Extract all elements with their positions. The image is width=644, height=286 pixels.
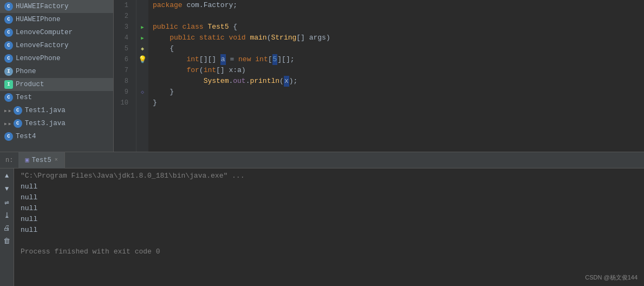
- sidebar-item-test1[interactable]: ▶ C Test1.java: [0, 104, 113, 117]
- keyword: class: [183, 22, 208, 32]
- code-lines: package com.Factory; public class Test5 …: [148, 0, 644, 152]
- code-text: =: [226, 54, 238, 65]
- code-line-8: System.out.println(x);: [153, 76, 644, 87]
- code-text: com.Factory;: [186, 0, 237, 11]
- line-num: 7: [114, 65, 132, 76]
- gutter-cell: [136, 65, 148, 76]
- run-tab[interactable]: ▣ Test5 ×: [18, 152, 64, 168]
- keyword: void: [229, 32, 250, 43]
- output-line-cmd: "C:\Program Files\Java\jdk1.8.0_181\bin\…: [21, 171, 638, 181]
- run-toolbar: ▲ ▼ ⇌ ⤓ 🖨 🗑: [0, 168, 14, 286]
- code-text: .: [229, 76, 233, 87]
- sidebar-item-phone[interactable]: I Phone: [0, 65, 113, 78]
- run-arrow-icon: ▶: [141, 35, 144, 41]
- class-icon: C: [14, 119, 22, 128]
- delete-button[interactable]: 🗑: [2, 236, 12, 246]
- scroll-down-button[interactable]: ▼: [2, 184, 12, 194]
- code-text: [: [268, 54, 272, 65]
- code-line-6: int[][] a = new int[5][];: [153, 54, 644, 65]
- field-name: out: [233, 76, 245, 87]
- line-numbers: 1 2 3 4 5 6 7 8 9 10: [114, 0, 136, 152]
- gutter-cell: ◇: [136, 87, 148, 98]
- bottom-panel: n: ▣ Test5 × ▲ ▼ ⇌ ⤓ 🖨 🗑 "C:\Program Fil…: [0, 152, 644, 286]
- output-line-2: null: [21, 192, 638, 203]
- code-text: }: [153, 87, 174, 98]
- wrap-lines-button[interactable]: ⇌: [2, 197, 12, 207]
- output-console: "C:\Program Files\Java\jdk1.8.0_181\bin\…: [14, 168, 644, 286]
- keyword: static: [199, 32, 229, 43]
- class-icon: C: [4, 2, 13, 11]
- line-num: 4: [114, 32, 132, 43]
- editor-gutter: ▶ ▶ ◆ 💡 ◇: [136, 0, 148, 152]
- sidebar-item-label: LenoveFactory: [16, 42, 69, 49]
- code-line-7: for(int[] x:a): [153, 65, 644, 76]
- type-name: String: [271, 32, 296, 43]
- line-num: 2: [114, 11, 132, 22]
- sidebar-item-label: Phone: [16, 68, 36, 75]
- gutter-cell: [136, 11, 148, 22]
- print-button[interactable]: 🖨: [2, 223, 12, 233]
- code-line-10: }: [153, 98, 644, 108]
- line-num: 1: [114, 0, 132, 11]
- keyword: for: [186, 65, 199, 76]
- chevron-right-icon: ▶: [9, 121, 11, 126]
- file-tree: C HUAWEIFactory C HUAWEIPhone C LenoveCo…: [0, 0, 114, 152]
- code-text: }: [153, 98, 157, 108]
- run-button[interactable]: ▶: [136, 32, 148, 43]
- line-num: 5: [114, 43, 132, 54]
- code-line-2: [153, 11, 644, 22]
- sidebar-item-test[interactable]: C Test: [0, 91, 113, 104]
- code-line-1: package com.Factory;: [153, 0, 644, 11]
- run-button[interactable]: ▶: [136, 22, 148, 32]
- class-icon: C: [4, 15, 13, 24]
- sidebar-item-label: Test: [16, 94, 32, 101]
- move-down-button[interactable]: ⤓: [2, 210, 12, 220]
- output-line-3: null: [21, 203, 638, 214]
- code-line-3: public class Test5 {: [153, 22, 644, 32]
- class-icon: C: [4, 93, 13, 102]
- keyword: public: [153, 22, 183, 32]
- output-blank: [21, 236, 638, 246]
- code-text: [153, 54, 186, 65]
- sidebar-item-lenovephone[interactable]: C LenovePhone: [0, 52, 113, 65]
- watermark: CSDN @杨文俊144: [585, 274, 638, 282]
- sidebar-item-lenovefactory[interactable]: C LenoveFactory: [0, 39, 113, 52]
- tab-bar: n: ▣ Test5 ×: [0, 152, 644, 168]
- code-text: [][]: [199, 54, 220, 65]
- tab-close-button[interactable]: ×: [55, 157, 58, 163]
- output-line-5: null: [21, 225, 638, 236]
- var-a: a: [220, 54, 226, 65]
- gutter-cell: 💡: [136, 54, 148, 65]
- code-text: ][];: [277, 54, 294, 65]
- scroll-up-button[interactable]: ▲: [2, 171, 12, 181]
- line-num: 8: [114, 76, 132, 87]
- sidebar-item-huaweiphone[interactable]: C HUAWEIPhone: [0, 13, 113, 26]
- keyword: package: [153, 0, 186, 11]
- class-icon: C: [4, 28, 13, 37]
- bottom-content: ▲ ▼ ⇌ ⤓ 🖨 🗑 "C:\Program Files\Java\jdk1.…: [0, 168, 644, 286]
- sidebar-item-label: HUAWEIFactory: [16, 3, 69, 10]
- keyword: int: [204, 65, 216, 76]
- sidebar-item-product[interactable]: I Product: [0, 78, 113, 91]
- code-text: [153, 65, 186, 76]
- sidebar-item-test4[interactable]: C Test4: [0, 130, 113, 143]
- code-text: [] args): [296, 32, 330, 43]
- output-line-4: null: [21, 214, 638, 225]
- sidebar-item-lenovecomputer[interactable]: C LenoveComputer: [0, 26, 113, 39]
- code-text: [153, 76, 204, 87]
- class-name: Test5: [207, 22, 233, 32]
- interface-icon: I: [4, 67, 13, 76]
- code-line-5: {: [153, 43, 644, 54]
- keyword: new: [238, 54, 255, 65]
- breakpoint-icon: ◆: [141, 46, 144, 52]
- sidebar-item-huaweifactory[interactable]: C HUAWEIFactory: [0, 0, 113, 13]
- line-num: 10: [114, 98, 132, 108]
- keyword: int: [255, 54, 268, 65]
- line-num: 9: [114, 87, 132, 98]
- keyword: int: [186, 54, 199, 65]
- sidebar-item-label: LenovePhone: [16, 55, 61, 62]
- bulb-icon: 💡: [138, 55, 147, 64]
- sidebar-item-test3[interactable]: ▶ C Test3.java: [0, 117, 113, 130]
- sidebar-item-label: LenoveComputer: [16, 29, 73, 36]
- output-process: Process finished with exit code 0: [21, 246, 638, 257]
